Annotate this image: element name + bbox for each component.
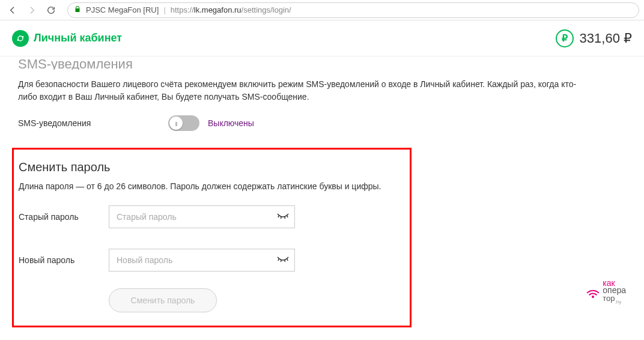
lock-icon — [74, 5, 81, 14]
brand-title: Личный кабинет — [34, 32, 122, 44]
svg-line-9 — [285, 260, 285, 262]
url-scheme: https:// — [171, 5, 194, 14]
change-password-section: Сменить пароль Длина пароля — от 6 до 26… — [12, 148, 412, 327]
new-password-label: Новый пароль — [19, 255, 109, 265]
new-password-input[interactable] — [109, 249, 295, 272]
content: SMS-уведомления Для безопасности Вашего … — [0, 56, 644, 340]
svg-line-3 — [278, 216, 279, 217]
svg-line-10 — [287, 259, 288, 261]
toggle-knob: ||| — [169, 117, 183, 130]
password-title: Сменить пароль — [19, 160, 405, 174]
svg-line-8 — [281, 260, 282, 262]
svg-line-4 — [281, 217, 282, 219]
balance[interactable]: ₽ 331,60 ₽ — [556, 29, 632, 47]
logo[interactable]: Личный кабинет — [12, 30, 122, 47]
url-path: /settings/login/ — [242, 5, 291, 14]
browser-chrome: PJSC MegaFon [RU] | https://lk.megafon.r… — [0, 0, 644, 20]
old-password-row: Старый пароль — [19, 205, 405, 228]
svg-line-6 — [287, 216, 288, 217]
back-button[interactable] — [5, 2, 20, 18]
url-bar[interactable]: PJSC MegaFon [RU] | https://lk.megafon.r… — [67, 2, 639, 18]
url-host: lk.megafon.ru — [194, 5, 242, 14]
new-password-row: Новый пароль — [19, 249, 405, 272]
balance-value: 331,60 ₽ — [580, 31, 632, 46]
sms-section-title: SMS-уведомления — [18, 56, 626, 70]
change-password-button[interactable]: Сменить пароль — [109, 288, 217, 312]
watermark: как опера тор.by — [585, 279, 626, 304]
svg-line-5 — [285, 217, 285, 219]
site-header: Личный кабинет ₽ 331,60 ₽ — [0, 20, 644, 56]
ruble-icon: ₽ — [556, 29, 574, 47]
svg-point-11 — [592, 296, 594, 298]
sms-section-desc: Для безопасности Вашего лицевого счёта р… — [18, 78, 583, 103]
old-password-label: Старый пароль — [19, 212, 109, 222]
svg-line-7 — [278, 259, 279, 261]
sms-toggle[interactable]: ||| — [168, 115, 199, 131]
reload-button[interactable] — [43, 2, 59, 18]
sms-toggle-row: SMS-уведомления ||| Выключены — [18, 115, 626, 131]
password-desc: Длина пароля — от 6 до 26 символов. Паро… — [19, 181, 405, 191]
sms-toggle-status: Выключены — [208, 118, 254, 128]
url-separator: | — [163, 5, 165, 14]
origin-label: PJSC MegaFon [RU] — [86, 5, 159, 14]
old-password-input[interactable] — [109, 205, 295, 228]
svg-point-1 — [22, 36, 24, 38]
wifi-icon — [585, 283, 601, 300]
eye-icon[interactable] — [276, 253, 290, 267]
watermark-line3: тор — [603, 294, 615, 303]
submit-row: Сменить пароль — [109, 288, 405, 312]
logo-icon — [12, 30, 29, 47]
sms-toggle-label: SMS-уведомления — [18, 118, 168, 128]
svg-point-2 — [17, 39, 19, 41]
forward-button[interactable] — [24, 2, 40, 18]
eye-icon[interactable] — [276, 210, 290, 224]
watermark-sub: .by — [615, 299, 622, 305]
